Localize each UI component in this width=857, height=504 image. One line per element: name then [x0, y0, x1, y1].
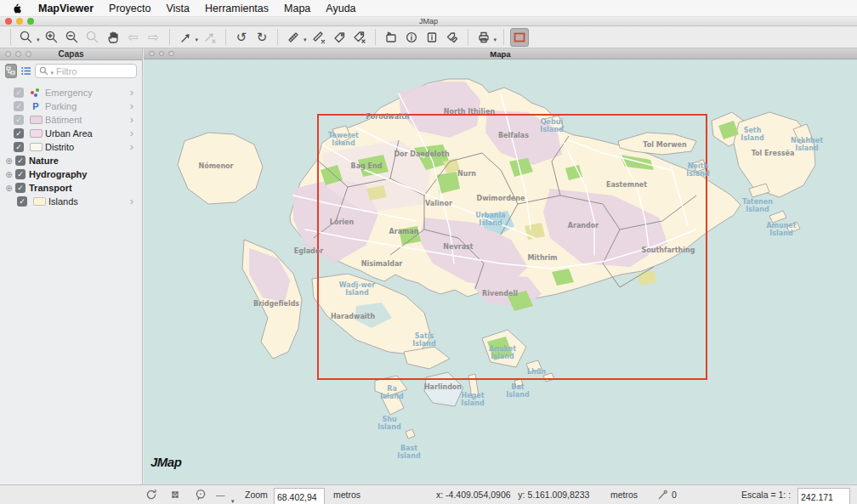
parking-icon: P	[29, 101, 43, 111]
map-label: NeithIsland	[686, 162, 710, 178]
layer-row-emergency[interactable]: ✓ Emergency ›	[0, 86, 142, 99]
map-label: SatisIsland	[412, 332, 436, 348]
units-dropdown-caret[interactable]: ▾	[231, 492, 235, 504]
menu-mapa[interactable]: Mapa	[284, 3, 310, 14]
print-button[interactable]	[474, 28, 493, 47]
layers-panel-header[interactable]: Capas	[0, 48, 142, 60]
menu-proyecto[interactable]: Proyecto	[109, 3, 150, 14]
chevron-right-icon[interactable]: ›	[130, 99, 133, 113]
rotate-cw-button[interactable]: ↻	[253, 28, 271, 47]
macos-menu-bar: MapViewer Proyecto Vista Herramientas Ma…	[0, 0, 857, 17]
identify-button[interactable]	[423, 28, 441, 47]
zoom-window-tool-button[interactable]	[17, 28, 36, 47]
hyperlink-tags-button[interactable]	[443, 28, 462, 47]
zoom-previous-button[interactable]	[83, 28, 102, 47]
layer-list-view-button[interactable]	[20, 64, 31, 78]
pan-hand-button[interactable]	[104, 28, 122, 47]
map-label: Arandor	[568, 222, 599, 229]
expand-plus-icon[interactable]: ⊕	[4, 170, 14, 179]
apple-logo-icon[interactable]	[12, 3, 23, 14]
layer-list: ✓ Emergency › ✓ P Parking › ✓ Bâtiment ›…	[0, 82, 142, 208]
map-label: Araman	[389, 228, 419, 235]
map-label: Haradwaith	[331, 313, 376, 320]
pointer-tracker-button[interactable]	[194, 485, 207, 504]
menu-app-name[interactable]: MapViewer	[38, 3, 94, 14]
select-features-button[interactable]	[176, 28, 195, 47]
next-view-button[interactable]: ⇨	[145, 28, 163, 47]
menu-herramientas[interactable]: Herramientas	[205, 3, 269, 14]
map-label: NekhbetIsland	[791, 137, 823, 152]
map-label: Bag End	[351, 162, 383, 170]
layer-group-nature[interactable]: ⊕ ✓ Nature	[0, 154, 142, 167]
zoom-value-input[interactable]	[274, 488, 325, 504]
layer-checkbox[interactable]: ✓	[14, 142, 24, 152]
map-canvas[interactable]: ForodwaithNorth IthilienBelfalasDor Daed…	[144, 59, 857, 484]
overview-map-button[interactable]	[382, 28, 400, 47]
search-icon	[39, 66, 48, 76]
layer-row-islands[interactable]: ✓ Islands ›	[0, 195, 142, 208]
annotation-tag-button[interactable]	[330, 28, 349, 47]
map-label: Dwimordene	[477, 195, 525, 202]
layer-row-batiment[interactable]: ✓ Bâtiment ›	[0, 113, 142, 127]
expand-plus-icon[interactable]: ⊕	[4, 184, 14, 193]
layer-row-parking[interactable]: ✓ P Parking ›	[0, 99, 142, 113]
layer-checkbox[interactable]: ✓	[15, 169, 26, 179]
layer-checkbox[interactable]: ✓	[14, 101, 24, 111]
layer-checkbox[interactable]: ✓	[15, 183, 26, 193]
menu-vista[interactable]: Vista	[166, 3, 190, 14]
chevron-right-icon[interactable]: ›	[130, 113, 133, 127]
layer-row-urban-area[interactable]: ✓ Urban Area ›	[0, 127, 142, 140]
measure-tool-button[interactable]	[284, 28, 303, 47]
map-label: AmunetIsland	[766, 222, 796, 237]
toolbar-separator	[277, 29, 278, 45]
layer-checkbox[interactable]: ✓	[14, 115, 24, 125]
expand-plus-icon[interactable]: ⊕	[4, 156, 14, 166]
clear-annotations-button[interactable]	[350, 28, 369, 47]
layer-checkbox[interactable]: ✓	[14, 128, 24, 139]
layer-checkbox[interactable]: ✓	[14, 88, 24, 98]
chevron-right-icon[interactable]: ›	[130, 140, 133, 154]
menu-ayuda[interactable]: Ayuda	[326, 3, 355, 14]
layer-group-hydrography[interactable]: ⊕ ✓ Hydrography	[0, 167, 142, 181]
map-label: Forodwaith	[366, 113, 410, 121]
print-dropdown-caret[interactable]: ▾	[494, 37, 497, 43]
extent-rectangle-toggle-button[interactable]	[510, 28, 529, 47]
zoom-out-button[interactable]	[63, 28, 82, 47]
refresh-map-button[interactable]	[145, 485, 158, 504]
map-label: Eastemnet	[606, 181, 647, 189]
scale-value-input[interactable]	[797, 488, 850, 504]
select-tool-dropdown-caret[interactable]: ▾	[196, 37, 199, 43]
previous-view-button[interactable]: ⇦	[124, 28, 143, 47]
fit-extent-button[interactable]	[168, 485, 182, 504]
jmap-logo: JMap	[150, 455, 181, 469]
map-window-buttons	[149, 51, 174, 57]
map-window-header[interactable]: Mapa	[144, 48, 857, 59]
rotate-ccw-button[interactable]: ↺	[232, 28, 251, 47]
zoom-tool-dropdown-caret[interactable]: ▾	[37, 37, 40, 43]
units-option-icon[interactable]: —	[216, 485, 225, 504]
layer-checkbox[interactable]: ✓	[15, 156, 26, 166]
chevron-right-icon[interactable]: ›	[130, 86, 133, 99]
zoom-in-button[interactable]	[43, 28, 61, 47]
map-label: UrbaniaIsland	[475, 212, 505, 227]
info-circle-button[interactable]	[402, 28, 421, 47]
chevron-right-icon[interactable]: ›	[130, 127, 133, 140]
layer-checkbox[interactable]: ✓	[17, 196, 27, 207]
layer-row-distrito[interactable]: ✓ Distrito ›	[0, 140, 142, 154]
layer-filter-box[interactable]: ▾	[35, 64, 137, 78]
layer-filter-input[interactable]	[56, 66, 133, 76]
panel-window-buttons	[5, 51, 31, 57]
toolbar-separator	[503, 29, 504, 45]
measure-tool-dropdown-caret[interactable]: ▾	[304, 37, 307, 43]
clear-selection-button[interactable]	[201, 28, 219, 47]
clear-measures-button[interactable]	[309, 28, 328, 47]
map-label: SethIsland	[741, 127, 764, 142]
map-label: Rivendell	[482, 290, 518, 297]
map-label: Southfarthing	[642, 246, 695, 254]
chevron-right-icon[interactable]: ›	[130, 195, 133, 208]
layers-panel: Capas ▾ ✓ Emergency › ✓	[0, 48, 143, 484]
layer-swatch	[29, 143, 43, 151]
search-options-caret[interactable]: ▾	[50, 70, 54, 76]
layer-group-transport[interactable]: ⊕ ✓ Transport	[0, 181, 142, 195]
layer-tree-view-button[interactable]	[5, 64, 17, 78]
